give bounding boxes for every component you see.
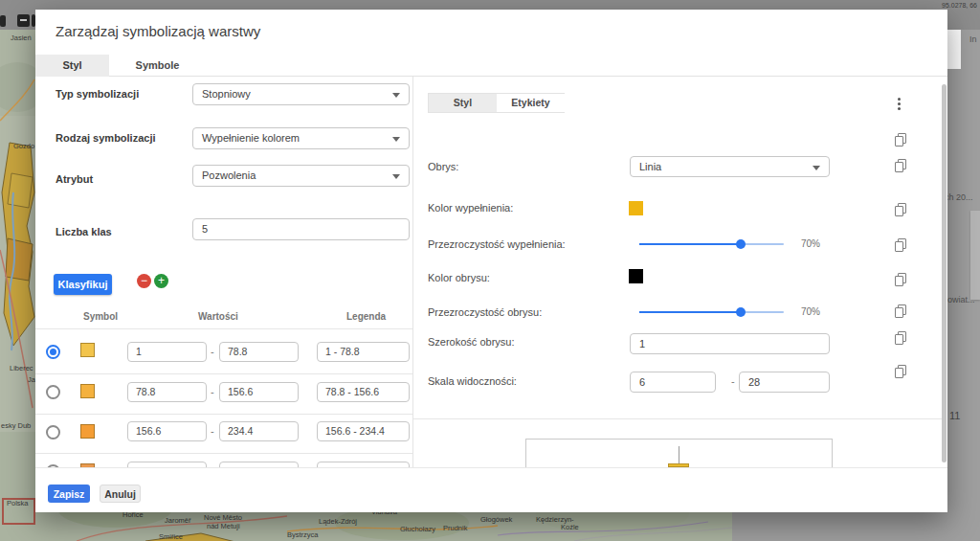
copy-stroke-opacity-icon[interactable] [895,304,906,317]
cancel-button[interactable]: Anuluj [100,485,141,503]
table-header-divider [35,328,412,329]
stroke-opacity-slider[interactable] [639,311,784,313]
fill-opacity-value: 70% [801,238,820,249]
class-swatch-2[interactable] [80,384,95,398]
map-label: Nové Město [204,513,242,522]
tab-symbole[interactable]: Symbole [109,55,206,77]
class1-from-input[interactable]: 1 [127,342,207,362]
fill-color-swatch[interactable] [629,201,643,215]
select-obrys[interactable]: Linia [630,156,830,177]
style-tab-bar: Styl Etykiety [428,93,565,113]
range-dash: - [211,346,214,357]
range-dash: - [211,386,214,397]
label-atrybut: Atrybut [56,173,93,185]
label-szerokosc-obrysu: Szerokość obrysu: [428,336,514,348]
class-radio-3[interactable] [46,425,60,440]
copy-obrys-icon[interactable] [895,159,906,171]
symbology-dialog: Zarządzaj symbolizacją warstwy Styl Symb… [35,10,947,512]
range-dash: - [211,425,214,437]
copy-all-icon[interactable] [895,133,906,146]
dialog-footer: Zapisz Anuluj [35,467,947,512]
remove-class-button[interactable]: − [137,274,151,288]
scale-max-value: 28 [748,376,760,388]
classify-button[interactable]: Klasyfikuj [54,274,112,295]
dialog-tab-bar: Styl Symbole [35,55,947,77]
select-atrybut[interactable]: Pozwolenia [192,165,410,187]
select-obrys-value: Linia [639,161,661,172]
class2-legend-input[interactable]: 78.8 - 156.6 [317,382,410,402]
row-divider [35,453,412,454]
chevron-down-icon [392,137,400,142]
class3-to-input[interactable]: 234.4 [219,421,299,441]
label-przezroczystosc-wypelnienia: Przezroczystość wypełnienia: [428,238,566,250]
input-liczba-klas[interactable]: 5 [192,218,410,240]
sidebar-thumbnail-card [970,211,980,300]
copy-stroke-color-icon[interactable] [895,273,906,285]
sidebar-layer-text-2: powiat... [943,295,975,304]
panel-tab-styl[interactable]: Styl [429,94,497,112]
class1-legend-input[interactable]: 1 - 78.8 [317,342,410,362]
collapse-icon[interactable] [17,14,30,27]
select-typ-symbolizacji[interactable]: Stopniowy [192,83,410,105]
stroke-width-value: 1 [639,338,645,349]
class-radio-1[interactable] [46,345,60,359]
map-label: Koźle [561,523,579,531]
scale-max-input[interactable]: 28 [739,372,830,393]
label-liczba-klas: Liczba klas [56,226,112,237]
panel-tab-etykiety[interactable]: Etykiety [497,94,565,112]
copy-fill-opacity-icon[interactable] [895,238,906,251]
col-header-legenda: Legenda [346,311,386,322]
copy-stroke-width-icon[interactable] [895,331,906,344]
map-label: Jaroměř [165,516,191,525]
minus-glyph [20,19,27,21]
class2-from-input[interactable]: 78.8 [127,382,207,402]
more-options-icon[interactable] [898,98,901,101]
stroke-opacity-slider-thumb[interactable] [736,307,746,317]
class-swatch-3[interactable] [80,424,95,439]
add-class-button[interactable]: + [154,274,168,288]
map-label: Jasień [11,34,32,42]
sidebar-partial-text: In [969,34,977,44]
scale-min-value: 6 [639,376,645,388]
fill-opacity-slider[interactable] [639,243,784,245]
stroke-color-swatch[interactable] [629,269,643,283]
col-header-wartosci: Wartości [198,311,238,322]
sidebar-layer-text-1: ch 20... [945,192,973,202]
dialog-scrollbar[interactable] [942,84,947,462]
chevron-down-icon [392,174,400,179]
toolbar-icon[interactable] [0,15,6,27]
label-kolor-wypelnienia: Kolor wypełnienia: [428,202,513,214]
label-przezroczystosc-obrysu: Przezroczystość obrysu: [428,306,542,318]
map-label: Bystrzyca [287,530,319,539]
class1-to-input[interactable]: 78.8 [219,342,299,362]
label-rodzaj-symbolizacji: Rodzaj symbolizacji [56,132,156,144]
copy-scale-icon[interactable] [895,365,906,377]
range-dash: - [731,375,735,387]
panel-bottom-divider [413,418,943,419]
dialog-content: Typ symbolizacji Stopniowy Rodzaj symbol… [35,77,947,467]
label-obrys: Obrys: [428,161,458,172]
map-label: esky Dub [1,421,31,430]
fill-opacity-slider-thumb[interactable] [736,239,746,249]
class-swatch-1[interactable] [80,343,95,357]
class3-legend-input[interactable]: 156.6 - 234.4 [317,421,410,441]
save-button[interactable]: Zapisz [48,485,90,503]
scale-min-input[interactable]: 6 [630,372,716,393]
select-rodzaj-value: Wypełnienie kolorem [202,132,300,144]
copy-fill-color-icon[interactable] [895,203,906,215]
dialog-title: Zarządzaj symbolizacją warstwy [56,23,260,39]
class2-to-input[interactable]: 156.6 [219,382,299,402]
tab-styl[interactable]: Styl [35,55,109,77]
map-label: Lądek-Zdrój [319,517,357,526]
map-label: Głuchołazy [400,525,435,533]
stroke-width-input[interactable]: 1 [630,333,830,354]
slider-fill [639,311,741,313]
slider-fill [639,243,741,245]
sidebar-number: 11 [949,410,960,421]
select-rodzaj-symbolizacji[interactable]: Wypełnienie kolorem [192,127,410,149]
class3-from-input[interactable]: 156.6 [127,421,207,441]
map-label: Głogówek [480,515,512,524]
map-label: nád Metuji [207,522,240,530]
class-radio-2[interactable] [46,385,60,399]
label-skala-widocznosci: Skala widoczności: [428,375,517,387]
